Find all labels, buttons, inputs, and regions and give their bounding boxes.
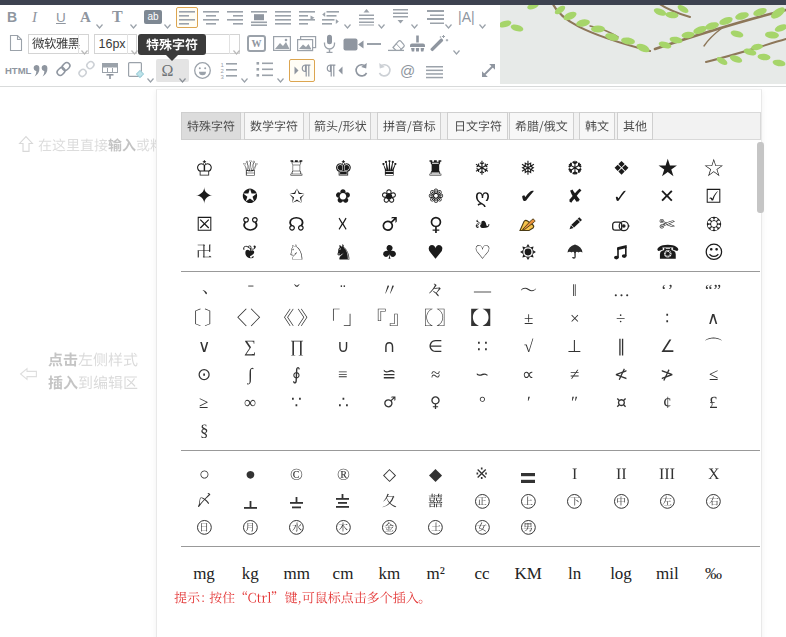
svg-text:3: 3	[221, 74, 225, 80]
